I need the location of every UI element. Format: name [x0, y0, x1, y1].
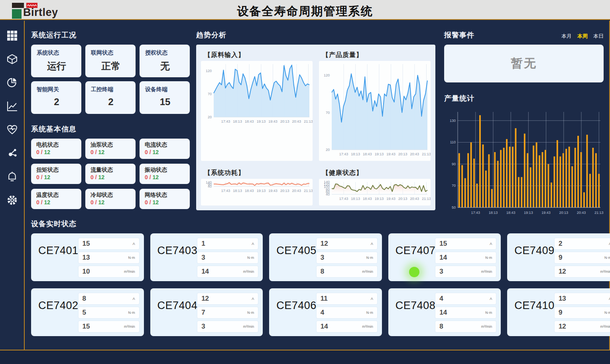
- info-total-count: 12: [151, 199, 159, 205]
- status-card: 智能网关 2: [31, 81, 81, 114]
- device-measure-row: 9 N·m: [555, 252, 610, 263]
- status-card: 联网状态 正常: [85, 45, 136, 77]
- svg-text:18:43: 18:43: [363, 152, 372, 156]
- device-card[interactable]: CE7401 15 A 13 N·m 10 m³/min: [31, 233, 144, 281]
- measure-unit: N·m: [247, 311, 254, 315]
- status-card: 系统状态 运行: [31, 45, 81, 77]
- info-fault-count: 0 /: [36, 199, 43, 205]
- svg-text:40: 40: [208, 184, 212, 188]
- measure-unit: N·m: [604, 311, 610, 315]
- measure-value: 15: [83, 240, 90, 248]
- svg-text:18:13: 18:13: [489, 211, 498, 215]
- info-card-label: 网络状态: [145, 192, 186, 199]
- measure-value: 7: [201, 309, 205, 317]
- measure-unit: A: [371, 242, 373, 246]
- svg-text:18:13: 18:13: [351, 197, 360, 201]
- info-card-count: 0 / 12: [36, 149, 77, 155]
- device-name: CE7401: [38, 245, 79, 277]
- measure-unit: m³/min: [362, 325, 373, 329]
- measure-unit: N·m: [604, 256, 610, 260]
- svg-text:17:43: 17:43: [221, 119, 230, 123]
- alarm-empty-card: 暂无: [444, 45, 604, 82]
- measure-unit: N·m: [128, 311, 135, 315]
- measure-unit: A: [490, 242, 492, 246]
- measure-unit: A: [371, 297, 373, 301]
- measure-unit: N·m: [366, 256, 373, 260]
- alarm-tabs: 本月 本周 本日: [561, 33, 604, 40]
- system-status-panel: 系统运行工况 系统状态 运行 联网状态 正常 授权状态 无 智能网关 2 工控终…: [31, 30, 190, 209]
- alarm-tab[interactable]: 本日: [593, 33, 604, 40]
- svg-text:20:43: 20:43: [410, 197, 419, 201]
- measure-value: 12: [201, 295, 209, 303]
- measure-unit: m³/min: [124, 270, 135, 274]
- svg-text:19:13: 19:13: [524, 211, 533, 215]
- svg-text:21:13: 21:13: [422, 152, 431, 156]
- health-pulse-icon[interactable]: [6, 123, 18, 135]
- svg-text:18:43: 18:43: [363, 197, 372, 201]
- molecule-icon[interactable]: [6, 147, 18, 159]
- svg-text:70: 70: [326, 111, 330, 115]
- device-card[interactable]: CE7407 15 A 14 N·m 3 m³/min: [388, 233, 501, 281]
- info-card-count: 0 / 12: [145, 199, 186, 205]
- device-card[interactable]: CE7405 12 A 3 N·m 8 m³/min: [269, 233, 382, 281]
- svg-text:20:13: 20:13: [280, 189, 289, 193]
- device-status-panel: 设备实时状态 CE7401 15 A 13 N·m 10 m³/min CE74…: [31, 219, 603, 336]
- bell-icon[interactable]: [6, 170, 18, 182]
- measure-unit: A: [252, 242, 254, 246]
- gear-icon[interactable]: [6, 194, 18, 206]
- svg-text:18:43: 18:43: [245, 189, 254, 193]
- svg-text:50: 50: [452, 205, 456, 209]
- pie-chart-icon[interactable]: [6, 76, 18, 88]
- device-card[interactable]: CE7406 11 A 4 N·m 14 m³/min: [269, 288, 382, 336]
- svg-text:70: 70: [208, 92, 212, 96]
- svg-text:19:43: 19:43: [268, 119, 277, 123]
- apps-grid-icon[interactable]: [6, 29, 18, 41]
- info-card-label: 流量状态: [91, 166, 132, 174]
- trend-chart-grid: 【原料输入】 120702017:4318:1318:4319:1319:432…: [196, 45, 435, 210]
- main-content: 系统运行工况 系统状态 运行 联网状态 正常 授权状态 无 智能网关 2 工控终…: [26, 21, 610, 350]
- trend-chart-cell: 【原料输入】 120702017:4318:1318:4319:1319:432…: [201, 49, 313, 161]
- measure-unit: N·m: [485, 256, 492, 260]
- measure-value: 3: [321, 254, 324, 262]
- device-card[interactable]: CE7404 12 A 7 N·m 3 m³/min: [150, 288, 263, 336]
- device-measure-row: 5 N·m: [79, 307, 139, 318]
- info-card-count: 0 / 12: [91, 199, 132, 205]
- measure-value: 3: [439, 268, 443, 276]
- line-chart-icon[interactable]: [6, 100, 18, 112]
- svg-text:19:13: 19:13: [257, 119, 266, 123]
- device-measures: 13 A 9 N·m 12 m³/min: [555, 293, 610, 332]
- device-card[interactable]: CE7403 1 A 3 N·m 14 m³/min: [150, 233, 263, 281]
- svg-text:20:13: 20:13: [280, 119, 289, 123]
- trend-chart-cell: 【系统功耗】 140904017:4318:1318:4319:1319:432…: [201, 166, 313, 205]
- device-measure-row: 12 A: [197, 293, 258, 304]
- trend-chart-canvas: 140904017:4318:1318:4319:1319:4320:1320:…: [201, 179, 313, 205]
- device-measure-row: 2 A: [555, 238, 610, 249]
- device-measure-row: 15 m³/min: [79, 321, 139, 332]
- device-card[interactable]: CE7409 2 A 9 N·m 12 m³/min: [507, 233, 610, 281]
- cube-icon[interactable]: [6, 53, 18, 65]
- trend-chart-title: 【产品质量】: [322, 51, 431, 59]
- device-card[interactable]: CE7408 4 A 14 N·m 8 m³/min: [388, 288, 501, 336]
- info-card-count: 0 / 12: [36, 199, 77, 205]
- svg-text:19:43: 19:43: [268, 189, 277, 193]
- info-card: 流量状态 0 / 12: [85, 164, 136, 184]
- status-card-label: 智能网关: [37, 86, 77, 93]
- svg-text:20:13: 20:13: [559, 211, 569, 215]
- svg-text:19:13: 19:13: [375, 152, 384, 156]
- sidebar-nav: [0, 21, 25, 350]
- trend-chart-cell: 【健康状态】 14012010080604017:4318:1318:4319:…: [319, 166, 431, 205]
- device-measures: 12 A 7 N·m 3 m³/min: [197, 293, 258, 332]
- alarm-tab[interactable]: 本月: [561, 33, 572, 40]
- svg-text:20: 20: [208, 115, 212, 119]
- svg-text:21:13: 21:13: [304, 189, 313, 193]
- measure-value: 9: [559, 254, 562, 262]
- device-measure-row: 4 A: [435, 293, 496, 304]
- production-title: 产量统计: [444, 94, 604, 103]
- measure-unit: m³/min: [481, 325, 492, 329]
- measure-value: 14: [439, 309, 447, 317]
- page-title: 设备全寿命周期管理系统: [0, 4, 610, 20]
- device-card[interactable]: CE7402 8 A 5 N·m 15 m³/min: [31, 288, 144, 336]
- trend-title: 趋势分析: [196, 30, 435, 40]
- device-card[interactable]: CE7410 13 A 9 N·m 12 m³/min: [507, 288, 610, 336]
- alarm-tab[interactable]: 本周: [577, 33, 588, 40]
